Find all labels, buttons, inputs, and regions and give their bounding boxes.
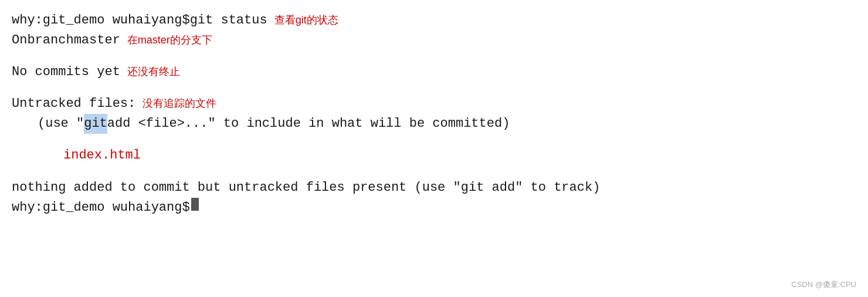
- master-text: master: [74, 31, 120, 50]
- watermark: CSDN @傻童:CPU: [791, 279, 856, 290]
- untracked-text: Untracked files:: [12, 94, 135, 114]
- git-highlight: git: [84, 114, 107, 134]
- branch-line: On branch master 在master的分支下: [12, 31, 856, 50]
- annotation-4: 没有追踪的文件: [143, 96, 216, 112]
- gap-3: [12, 134, 856, 146]
- nothing-added-line: nothing added to commit but untracked fi…: [12, 178, 856, 198]
- cursor-block: [191, 198, 199, 211]
- untracked-line: Untracked files: 没有追踪的文件: [12, 94, 856, 114]
- no-commits-line: No commits yet 还没有终止: [12, 62, 856, 82]
- command-text: git status: [190, 11, 267, 31]
- use-text-after: add <file>..." to include in what will b…: [107, 114, 510, 134]
- annotation-1: 查看git的状态: [274, 12, 338, 29]
- file-name: index.html: [63, 146, 141, 166]
- use-git-add-line: (use " git add <file>..." to include in …: [38, 114, 856, 134]
- use-text-before: (use ": [38, 114, 84, 134]
- command-line: why:git_demo wuhaiyang$ git status 查看git…: [12, 11, 856, 31]
- no-commits-text: No commits yet: [12, 62, 120, 82]
- on-text: On: [12, 31, 27, 50]
- gap-1: [12, 50, 856, 62]
- final-prompt-line: why:git_demo wuhaiyang$: [12, 198, 856, 218]
- gap-4: [12, 166, 856, 178]
- nothing-added-text: nothing added to commit but untracked fi…: [12, 178, 600, 198]
- prompt-text: why:git_demo wuhaiyang$: [12, 11, 190, 31]
- final-prompt-text: why:git_demo wuhaiyang$: [12, 198, 190, 218]
- annotation-3: 还没有终止: [127, 64, 180, 80]
- annotation-2: 在master的分支下: [127, 32, 212, 49]
- branch-text: branch: [27, 31, 73, 50]
- terminal-output: why:git_demo wuhaiyang$ git status 查看git…: [0, 0, 868, 228]
- file-line: index.html: [63, 146, 856, 166]
- gap-2: [12, 82, 856, 94]
